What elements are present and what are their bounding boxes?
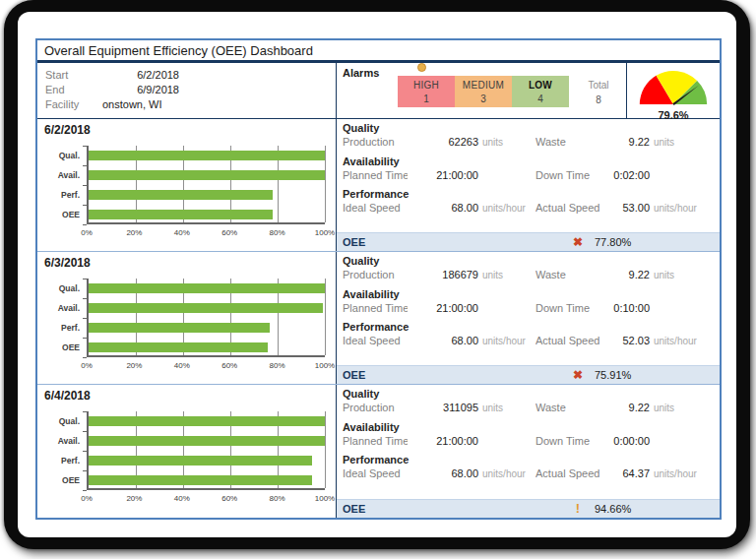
performance-header: Performance	[343, 188, 720, 201]
alarm-high-label: HIGH	[398, 80, 455, 91]
waste-label: Waste	[536, 268, 600, 281]
screen: Overall Equipment Efficiency (OEE) Dashb…	[0, 0, 756, 559]
waste-unit: units	[650, 402, 720, 415]
planned-time-value: 21:00:00	[408, 301, 478, 315]
down-time-label: Down Time	[536, 434, 600, 448]
down-time-label: Down Time	[536, 301, 600, 315]
quality-header: Quality	[343, 255, 720, 268]
down-time-value: 0:10:00	[600, 301, 650, 315]
planned-time-label: Planned Time	[343, 301, 408, 315]
ideal-speed-unit: units/hour	[478, 467, 536, 481]
alarm-cell-high: HIGH 1	[398, 76, 455, 107]
orange-dot-icon	[417, 63, 426, 72]
oee-bar-chart: Qual.Avail.Perf.OEE0%20%40%60%80%100%	[45, 279, 329, 377]
availability-header: Availability	[343, 421, 720, 434]
bar-qual	[89, 283, 325, 293]
ideal-speed-unit: units/hour	[478, 335, 536, 348]
performance-group: Performance Ideal Speed 68.00 units/hour…	[343, 188, 720, 216]
production-label: Production	[343, 135, 408, 149]
alarm-medium-count: 3	[455, 93, 512, 104]
oee-percent: 77.80%	[595, 236, 631, 248]
detail-column: Quality Production 311095 units Waste 9.…	[337, 385, 720, 518]
planned-time-label: Planned Time	[343, 168, 408, 182]
planned-time-value: 21:00:00	[408, 168, 478, 182]
x-tick-label: 60%	[221, 494, 237, 503]
ideal-speed-value: 68.00	[408, 466, 478, 480]
alarm-medium-label: MEDIUM	[455, 80, 512, 91]
oee-gauge-icon	[636, 67, 711, 108]
start-date-value: 6/2/2018	[102, 68, 179, 83]
oee-dashboard: Overall Equipment Efficiency (OEE) Dashb…	[35, 38, 722, 520]
end-label: End	[45, 83, 102, 97]
day-section: 6/3/2018 Qual.Avail.Perf.OEE0%20%40%60%8…	[37, 252, 720, 385]
performance-header: Performance	[343, 454, 720, 466]
production-unit: units	[478, 269, 536, 282]
section-date: 6/3/2018	[44, 256, 336, 270]
down-time-value: 0:02:00	[600, 168, 650, 182]
detail-column: Quality Production 186679 units Waste 9.…	[337, 252, 720, 384]
alarms-panel: Alarms HIGH 1 MEDIUM 3	[337, 63, 626, 118]
waste-unit: units	[650, 136, 720, 150]
availability-header: Availability	[343, 155, 720, 168]
oee-bar-chart: Qual.Avail.Perf.OEE0%20%40%60%80%100%	[45, 411, 329, 510]
x-tick-label: 80%	[270, 361, 285, 370]
end-date-value: 6/9/2018	[102, 83, 179, 97]
facility-label: Facility	[45, 97, 102, 112]
alarm-severity-table: HIGH 1 MEDIUM 3 LOW 4	[398, 76, 569, 107]
chart-column: 6/3/2018 Qual.Avail.Perf.OEE0%20%40%60%8…	[37, 252, 337, 384]
actual-speed-unit: units/hour	[650, 202, 720, 216]
x-tick-label: 0%	[81, 228, 93, 237]
performance-header: Performance	[343, 321, 720, 334]
alarm-total-label: Total	[577, 80, 620, 91]
production-value: 311095	[408, 401, 478, 414]
report-info-panel: Start 6/2/2018 End 6/9/2018 Facility ons…	[37, 63, 337, 118]
oee-summary-band: OEE ! 94.66%	[337, 499, 720, 518]
bar-avail	[89, 170, 325, 180]
alarm-cell-low: LOW 4	[512, 76, 569, 107]
bar-qual	[89, 151, 325, 160]
oee-label: OEE	[343, 503, 365, 515]
alarm-total-value: 8	[577, 94, 620, 105]
x-tick-label: 20%	[126, 494, 142, 503]
oee-label: OEE	[343, 236, 365, 248]
bar-oee	[89, 342, 268, 352]
day-section: 6/2/2018 Qual.Avail.Perf.OEE0%20%40%60%8…	[37, 119, 720, 252]
production-unit: units	[478, 402, 536, 415]
y-axis-label: Qual.	[59, 416, 80, 426]
y-axis-label: OEE	[62, 210, 80, 219]
bar-perf	[89, 190, 273, 200]
planned-time-value: 21:00:00	[408, 434, 478, 448]
y-axis-label: OEE	[62, 475, 80, 485]
production-label: Production	[343, 268, 408, 281]
header-row: Start 6/2/2018 End 6/9/2018 Facility ons…	[37, 63, 720, 119]
section-date: 6/4/2018	[44, 389, 336, 403]
x-tick-label: 100%	[315, 228, 335, 237]
planned-time-label: Planned Time	[343, 434, 408, 448]
alarm-cell-medium: MEDIUM 3	[455, 76, 512, 107]
detail-column: Quality Production 62263 units Waste 9.2…	[337, 119, 720, 251]
actual-speed-label: Actual Speed	[536, 334, 600, 347]
oee-status-icon: !	[571, 501, 585, 516]
actual-speed-unit: units/hour	[650, 335, 720, 348]
availability-group: Availability Planned Time 21:00:00 Down …	[343, 288, 720, 315]
x-tick-label: 0%	[81, 361, 93, 370]
waste-value: 9.22	[600, 135, 650, 149]
chart-column: 6/4/2018 Qual.Avail.Perf.OEE0%20%40%60%8…	[37, 385, 337, 518]
performance-group: Performance Ideal Speed 68.00 units/hour…	[343, 321, 720, 348]
section-date: 6/2/2018	[44, 123, 336, 137]
availability-header: Availability	[343, 288, 720, 301]
alarm-low-count: 4	[512, 93, 569, 104]
bar-perf	[89, 456, 312, 466]
bar-avail	[89, 436, 325, 446]
quality-group: Quality Production 311095 units Waste 9.…	[343, 388, 720, 415]
y-axis-label: Perf.	[61, 456, 80, 466]
oee-bar-chart: Qual.Avail.Perf.OEE0%20%40%60%80%100%	[45, 146, 329, 244]
availability-group: Availability Planned Time 21:00:00 Down …	[343, 155, 720, 182]
x-tick-label: 40%	[174, 361, 190, 370]
x-tick-label: 40%	[174, 494, 190, 503]
production-unit: units	[478, 136, 536, 150]
alarms-label: Alarms	[343, 67, 379, 79]
x-tick-label: 80%	[270, 228, 285, 237]
down-time-value: 0:00:00	[600, 434, 650, 448]
x-tick-label: 60%	[221, 228, 237, 237]
